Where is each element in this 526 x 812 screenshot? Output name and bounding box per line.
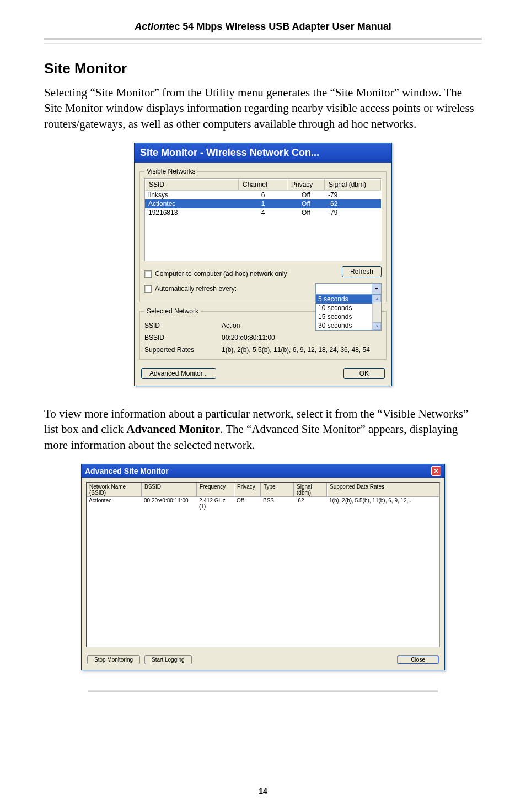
col-privacy[interactable]: Privacy <box>234 483 261 497</box>
list-header: Network Name (SSID) BSSID Frequency Priv… <box>87 483 439 497</box>
col-signal[interactable]: Signal (dbm) <box>294 483 327 497</box>
site-monitor-window: Site Monitor - Wireless Network Con... V… <box>134 143 392 386</box>
advanced-listbox[interactable]: Network Name (SSID) BSSID Frequency Priv… <box>86 482 440 647</box>
start-logging-button[interactable]: Start Logging <box>144 655 192 664</box>
visible-networks-group: Visible Networks SSID Channel Privacy Si… <box>139 167 387 302</box>
scroll-down-icon[interactable] <box>373 322 381 330</box>
bssid-label: BSSID <box>144 334 222 342</box>
ok-button[interactable]: OK <box>343 368 385 379</box>
col-network-name[interactable]: Network Name (SSID) <box>87 483 142 497</box>
rates-value: 1(b), 2(b), 5.5(b), 11(b), 6, 9, 12, 18,… <box>222 346 382 354</box>
list-item[interactable]: 19216813 4 Off -79 <box>145 208 381 217</box>
page-number: 14 <box>0 787 526 795</box>
col-signal[interactable]: Signal (dbm) <box>325 179 381 190</box>
col-rates[interactable]: Supported Data Rates <box>327 483 439 497</box>
header-rule <box>44 43 482 44</box>
stop-monitoring-button[interactable]: Stop Monitoring <box>87 655 140 664</box>
window-title: Advanced Site Monitor <box>85 467 169 475</box>
advanced-paragraph: To view more information about a particu… <box>44 406 482 453</box>
refresh-interval-dropdown[interactable]: 5 seconds 10 seconds 15 seconds 30 secon… <box>315 283 382 294</box>
dropdown-scrollbar[interactable] <box>372 295 381 330</box>
col-type[interactable]: Type <box>261 483 294 497</box>
brand-rest: tec 54 Mbps Wireless USB Adapter User Ma… <box>165 21 391 32</box>
col-bssid[interactable]: BSSID <box>142 483 197 497</box>
list-item[interactable]: Actiontec 1 Off -62 <box>145 199 381 208</box>
refresh-button[interactable]: Refresh <box>342 266 382 277</box>
dropdown-item[interactable]: 5 seconds <box>316 295 381 304</box>
dropdown-item[interactable]: 10 seconds <box>316 304 381 312</box>
dropdown-list[interactable]: 5 seconds 10 seconds 15 seconds 30 secon… <box>315 294 382 331</box>
adhoc-checkbox[interactable] <box>144 270 152 278</box>
ssid-label: SSID <box>144 322 222 329</box>
adhoc-label: Computer-to-computer (ad-hoc) network on… <box>155 270 287 278</box>
scroll-up-icon[interactable] <box>373 295 381 302</box>
col-channel[interactable]: Channel <box>239 179 287 190</box>
col-privacy[interactable]: Privacy <box>287 179 325 190</box>
window-title: Site Monitor - Wireless Network Con... <box>135 143 391 163</box>
brand-italic: Action <box>135 21 165 32</box>
adhoc-checkbox-row: Computer-to-computer (ad-hoc) network on… <box>144 270 287 278</box>
footer-rule <box>88 690 438 692</box>
dropdown-item[interactable]: 30 seconds <box>316 321 381 330</box>
selected-network-legend: Selected Network <box>144 307 201 315</box>
list-item[interactable]: linksys 6 Off -79 <box>145 191 381 199</box>
close-icon[interactable]: ✕ <box>431 466 441 476</box>
col-ssid[interactable]: SSID <box>145 179 239 190</box>
list-header: SSID Channel Privacy Signal (dbm) <box>145 179 381 191</box>
section-title: Site Monitor <box>44 60 482 77</box>
bssid-value: 00:20:e0:80:11:00 <box>222 334 382 342</box>
intro-paragraph: Selecting “Site Monitor” from the Utilit… <box>44 85 482 132</box>
chevron-down-icon[interactable] <box>372 284 381 294</box>
networks-listbox[interactable]: SSID Channel Privacy Signal (dbm) linksy… <box>144 178 382 261</box>
dropdown-item[interactable]: 15 seconds <box>316 312 381 321</box>
list-item[interactable]: Actiontec 00:20:e0:80:11:00 2.412 GHz (1… <box>87 497 439 510</box>
visible-networks-legend: Visible Networks <box>144 167 197 175</box>
auto-refresh-label: Automatically refresh every: <box>155 285 237 293</box>
advanced-monitor-button[interactable]: Advanced Monitor... <box>141 368 216 379</box>
col-frequency[interactable]: Frequency <box>197 483 234 497</box>
manual-header: Actiontec 54 Mbps Wireless USB Adapter U… <box>44 0 482 40</box>
auto-refresh-checkbox[interactable] <box>144 285 152 293</box>
rates-label: Supported Rates <box>144 346 222 354</box>
advanced-site-monitor-window: Advanced Site Monitor ✕ Network Name (SS… <box>81 464 445 670</box>
close-button[interactable]: Close <box>397 655 439 664</box>
